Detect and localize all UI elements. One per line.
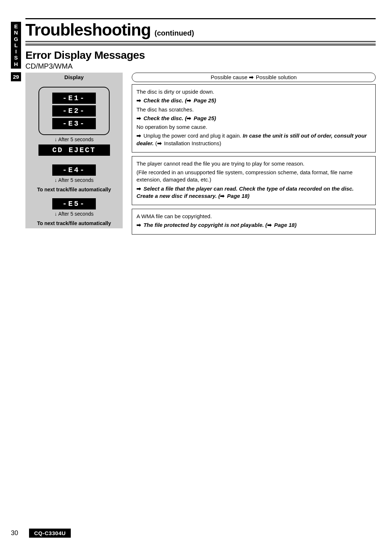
to-next-track-label: To next track/file automatically: [25, 185, 123, 195]
arrow-right-icon: ➡: [136, 186, 141, 192]
lcd-e3: -E3-: [52, 118, 96, 129]
section-subtitle: CD/MP3/WMA: [25, 62, 376, 70]
page-title: Troubleshooting: [25, 20, 151, 39]
after-5-seconds-label: After 5 seconds: [29, 137, 119, 142]
lcd-e2: -E2-: [52, 105, 96, 117]
arrow-right-icon: ➡: [220, 193, 225, 199]
arrow-right-icon: ➡: [249, 74, 254, 80]
lcd-cd-eject: CD EJECT: [38, 144, 110, 156]
arrow-right-icon: ➡: [136, 222, 141, 228]
title-separator: [25, 42, 376, 45]
after-5-seconds-label: After 5 seconds: [29, 211, 119, 217]
arrow-right-icon: ➡: [136, 133, 141, 139]
arrow-right-icon: ➡: [187, 97, 191, 103]
lcd-e1: -E1-: [52, 93, 96, 104]
model-badge: CQ-C3304U: [29, 529, 71, 538]
to-next-track-label: To next track/file automatically: [25, 219, 123, 228]
arrow-right-icon: ➡: [187, 115, 191, 121]
solution-column: Possible cause ➡ Possible solution The d…: [132, 73, 376, 238]
possible-solution-label: Possible solution: [256, 74, 297, 80]
page-number: 30: [11, 529, 18, 537]
main-content: Troubleshooting (continued) Error Displa…: [25, 18, 376, 238]
lcd-frame: -E1- -E2- -E3-: [38, 87, 110, 135]
solution-box-2: The player cannot read the file you are …: [132, 156, 376, 205]
section-heading: Error Display Messages: [25, 49, 376, 61]
cause-text: A WMA file can be copyrighted.: [136, 213, 371, 220]
lcd-e4: -E4-: [52, 164, 96, 176]
display-column: Display -E1- -E2- -E3- After 5 seconds C…: [25, 73, 123, 228]
side-page-number: 29: [11, 72, 21, 81]
display-block-e4: -E4- After 5 seconds: [25, 162, 123, 185]
arrow-right-icon: ➡: [267, 222, 272, 228]
cause-text: No operation by some cause.: [136, 123, 371, 131]
solution-column-header: Possible cause ➡ Possible solution: [132, 73, 376, 82]
title-continued: (continued): [155, 29, 194, 37]
display-block-e1e2e3: -E1- -E2- -E3- After 5 seconds CD EJECT: [25, 82, 123, 161]
display-column-header: Display: [25, 73, 123, 82]
cause-text: The player cannot read the file you are …: [136, 160, 371, 167]
possible-cause-label: Possible cause: [211, 74, 248, 80]
cause-text: (File recorded in an unsupported file sy…: [136, 169, 371, 184]
display-block-e5: -E5- After 5 seconds: [25, 196, 123, 219]
cause-text: The disc has scratches.: [136, 106, 371, 113]
arrow-right-icon: ➡: [157, 140, 162, 146]
after-5-seconds-label: After 5 seconds: [29, 177, 119, 183]
solution-box-1: The disc is dirty or upside down. ➡ Chec…: [132, 84, 376, 152]
arrow-right-icon: ➡: [136, 115, 141, 121]
footer: 30 CQ-C3304U: [11, 529, 71, 538]
title-row: Troubleshooting (continued): [25, 18, 376, 42]
arrow-right-icon: ➡: [136, 97, 141, 103]
language-tab: ENGLISH: [11, 22, 21, 69]
cause-text: The disc is dirty or upside down.: [136, 88, 371, 95]
side-tabs: ENGLISH 29: [11, 22, 21, 81]
lcd-e5: -E5-: [52, 198, 96, 209]
solution-box-3: A WMA file can be copyrighted. ➡ The fil…: [132, 209, 376, 235]
